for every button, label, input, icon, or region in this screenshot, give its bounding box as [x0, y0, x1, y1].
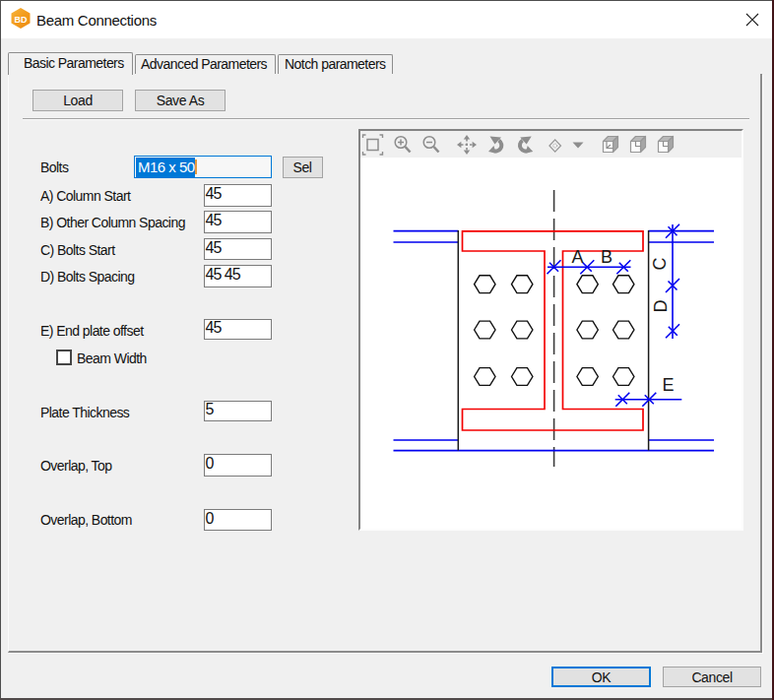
svg-text:BD: BD — [15, 15, 28, 25]
svg-text:C: C — [650, 258, 670, 271]
svg-text:E: E — [662, 375, 674, 395]
svg-text:A: A — [571, 247, 583, 267]
svg-text:B: B — [601, 247, 613, 267]
svg-text:D: D — [651, 300, 671, 313]
